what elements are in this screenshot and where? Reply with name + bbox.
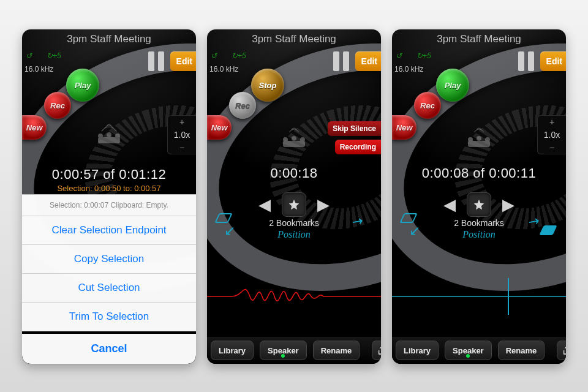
- speed-plus[interactable]: +: [538, 116, 566, 128]
- mic-array-icon: [92, 123, 126, 147]
- record-button[interactable]: Rec: [414, 92, 441, 119]
- svg-point-2: [107, 132, 111, 137]
- recording-title: 3pm Staff Meeting: [22, 33, 196, 45]
- bottom-toolbar: Library Speaker Rename: [207, 337, 381, 364]
- speed-minus[interactable]: −: [538, 141, 566, 154]
- speed-value: 1.0x: [168, 128, 196, 141]
- library-button[interactable]: Library: [396, 341, 439, 360]
- pause-button[interactable]: [148, 51, 164, 71]
- selection-line: Selection: 0:00:50 to: 0:00:57: [22, 184, 196, 193]
- pause-button[interactable]: [518, 51, 534, 71]
- share-button[interactable]: [372, 341, 381, 360]
- speed-minus[interactable]: −: [168, 141, 196, 154]
- screen-edit-sheet: 3pm Staff Meeting ↺ ↻+5 16.0 kHz Edit Pl…: [22, 29, 196, 364]
- sheet-trim[interactable]: Trim To Selection: [22, 303, 196, 331]
- screen-playback: 3pm Staff Meeting ↺ ↻+5 16.0 kHz Edit Pl…: [392, 29, 566, 364]
- bookmark-next-icon[interactable]: ▶: [502, 195, 514, 214]
- time-counter: 0:00:18: [207, 165, 381, 181]
- sheet-cut[interactable]: Cut Selection: [22, 274, 196, 303]
- record-button[interactable]: Rec: [229, 92, 256, 119]
- speed-plus[interactable]: +: [168, 116, 196, 128]
- play-button[interactable]: Play: [66, 69, 99, 102]
- sheet-clear[interactable]: Clear Selection Endpoint: [22, 216, 196, 245]
- new-button[interactable]: New: [22, 115, 47, 140]
- speed-stepper[interactable]: + 1.0x −: [167, 115, 196, 154]
- speed-value: 1.0x: [538, 128, 566, 141]
- sample-rate: 16.0 kHz: [394, 65, 423, 74]
- speaker-button[interactable]: Speaker: [445, 341, 492, 360]
- svg-point-5: [283, 137, 288, 142]
- action-sheet: Selection: 0:00:07 Clipboard: Empty. Cle…: [22, 194, 196, 364]
- new-button[interactable]: New: [392, 115, 417, 140]
- pause-button[interactable]: [333, 51, 349, 71]
- bookmark-nav: ◀ ▶: [207, 192, 381, 217]
- forward5-icon[interactable]: ↻+5: [417, 51, 431, 60]
- sheet-cancel[interactable]: Cancel: [22, 331, 196, 364]
- mic-array-icon: [277, 126, 311, 151]
- forward5-icon[interactable]: ↻+5: [47, 51, 61, 60]
- position-label: Position: [207, 229, 381, 240]
- play-button[interactable]: Play: [436, 69, 469, 102]
- active-dot-icon: [466, 354, 470, 358]
- recording-title: 3pm Staff Meeting: [207, 33, 381, 45]
- rewind5-icon[interactable]: ↺: [211, 51, 217, 60]
- recording-badge: Recording: [335, 140, 381, 154]
- svg-point-11: [485, 137, 490, 142]
- bookmark-prev-icon[interactable]: ◀: [258, 195, 271, 214]
- bookmark-star-button[interactable]: [282, 192, 306, 217]
- rename-button[interactable]: Rename: [498, 341, 545, 360]
- edit-button[interactable]: Edit: [170, 51, 196, 71]
- sheet-copy[interactable]: Copy Selection: [22, 245, 196, 274]
- time-counter: 0:00:08 of 0:00:11: [392, 165, 566, 181]
- speed-stepper[interactable]: + 1.0x −: [537, 115, 566, 154]
- svg-point-10: [477, 136, 481, 141]
- rewind5-icon[interactable]: ↺: [396, 51, 402, 60]
- waveform[interactable]: [392, 274, 566, 318]
- mic-array-icon: [462, 126, 496, 151]
- record-button[interactable]: Rec: [44, 92, 71, 119]
- bottom-toolbar: Library Speaker Rename: [392, 337, 566, 364]
- sample-rate: 16.0 kHz: [209, 65, 238, 74]
- library-button[interactable]: Library: [211, 341, 254, 360]
- bookmark-prev-icon[interactable]: ◀: [443, 195, 456, 214]
- recording-title: 3pm Staff Meeting: [392, 33, 566, 45]
- sheet-header: Selection: 0:00:07 Clipboard: Empty.: [22, 195, 196, 216]
- edit-button[interactable]: Edit: [355, 51, 381, 71]
- svg-point-9: [468, 137, 473, 142]
- svg-point-1: [98, 134, 103, 138]
- svg-point-7: [300, 137, 305, 142]
- active-dot-icon: [281, 354, 285, 358]
- waveform[interactable]: [207, 274, 381, 318]
- bookmark-star-button[interactable]: [467, 192, 491, 217]
- stop-button[interactable]: Stop: [251, 69, 284, 102]
- bookmark-nav: ◀ ▶: [392, 192, 566, 217]
- svg-point-3: [115, 134, 120, 138]
- forward5-icon[interactable]: ↻+5: [232, 51, 246, 60]
- new-button[interactable]: New: [207, 115, 232, 140]
- time-counter: 0:00:57 of 0:01:12: [22, 167, 196, 183]
- rename-button[interactable]: Rename: [313, 341, 360, 360]
- sample-rate: 16.0 kHz: [24, 65, 53, 74]
- edit-button[interactable]: Edit: [540, 51, 566, 71]
- speaker-button[interactable]: Speaker: [260, 341, 307, 360]
- share-button[interactable]: [557, 341, 566, 360]
- svg-point-6: [292, 136, 296, 141]
- rewind5-icon[interactable]: ↺: [26, 51, 32, 60]
- skip-silence-badge[interactable]: Skip Silence: [328, 121, 381, 136]
- screen-recording: 3pm Staff Meeting ↺ ↻+5 16.0 kHz Edit St…: [207, 29, 381, 364]
- bookmark-next-icon[interactable]: ▶: [317, 195, 330, 214]
